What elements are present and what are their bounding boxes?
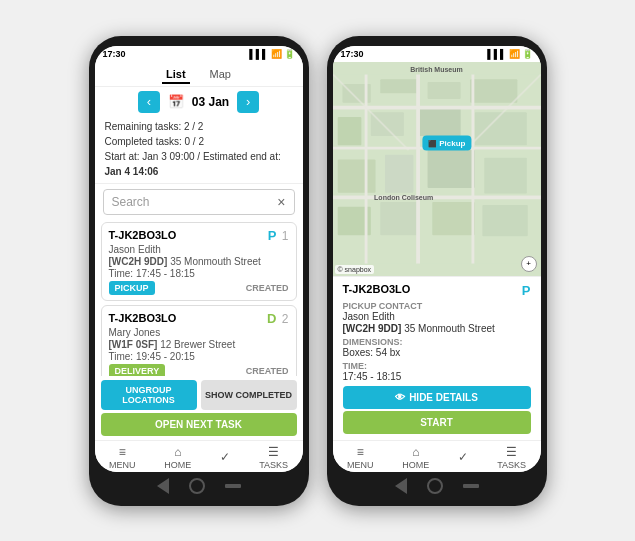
nav-tasks-left[interactable]: ☰ TASKS	[259, 445, 288, 470]
ungroup-button[interactable]: UNGROUP LOCATIONS	[101, 380, 197, 410]
task-seq-2: 2	[282, 312, 289, 326]
task-footer-1: PICKUP CREATED	[109, 281, 289, 295]
map-expand-button[interactable]: +	[521, 256, 537, 272]
right-status-bar: 17:30 ▌▌▌ 📶 🔋	[333, 46, 541, 62]
detail-contact-label: Pickup Contact	[343, 301, 531, 311]
left-status-bar: 17:30 ▌▌▌ 📶 🔋	[95, 46, 303, 62]
status-icons: ▌▌▌ 📶 🔋	[249, 49, 294, 59]
british-museum-label: British Museum	[410, 66, 463, 73]
search-close-icon[interactable]: ×	[277, 194, 285, 210]
task-time-1: Time: 17:45 - 18:15	[109, 268, 289, 279]
battery-status: 🔋	[284, 49, 295, 59]
task-header-1: T-JK2BO3LO P 1	[109, 228, 289, 243]
date-nav: ‹ 📅 03 Jan ›	[95, 87, 303, 117]
tabs-row: List Map	[95, 62, 303, 87]
recent-nav-right[interactable]	[463, 484, 479, 488]
detail-time-label: Time:	[343, 361, 531, 371]
home-icon-right: ⌂	[412, 445, 419, 459]
svg-rect-4	[470, 79, 517, 103]
detail-time: 17:45 - 18:15	[343, 371, 531, 382]
right-wifi-icon: 📶	[509, 49, 520, 59]
search-bar[interactable]: Search ×	[103, 189, 295, 215]
svg-rect-2	[380, 79, 418, 93]
prev-date-button[interactable]: ‹	[138, 91, 160, 113]
open-next-button[interactable]: OPEN NEXT TASK	[101, 413, 297, 436]
svg-rect-15	[432, 202, 475, 235]
detail-address: [WC2H 9DD] 35 Monmouth Street	[343, 323, 531, 334]
home-label-right: HOME	[402, 460, 429, 470]
left-bottom-nav: ≡ MENU ⌂ HOME ✓ ☰ TASKS	[95, 440, 303, 472]
recent-nav-left[interactable]	[225, 484, 241, 488]
back-nav-left[interactable]	[157, 478, 169, 494]
right-bottom-nav: ≡ MENU ⌂ HOME ✓ ☰ TASKS	[333, 440, 541, 472]
task-id-1: T-JK2BO3LO	[109, 229, 177, 241]
home-nav-right[interactable]	[427, 478, 443, 494]
task-footer-2: DELIVERY CREATED	[109, 364, 289, 376]
menu-label-right: MENU	[347, 460, 374, 470]
svg-rect-7	[418, 107, 461, 135]
tab-list[interactable]: List	[162, 66, 190, 84]
svg-rect-11	[427, 150, 474, 188]
check-icon-left: ✓	[220, 450, 230, 464]
nav-tasks-right[interactable]: ☰ TASKS	[497, 445, 526, 470]
eye-icon: 👁	[395, 392, 405, 403]
task-priority-1: P	[268, 228, 277, 243]
detail-dimensions-label: Dimensions:	[343, 337, 531, 347]
left-screen: 17:30 ▌▌▌ 📶 🔋 List Map ‹ 📅 03 Jan ›	[95, 46, 303, 472]
badge-delivery-2: DELIVERY	[109, 364, 166, 376]
tasks-list: T-JK2BO3LO P 1 Jason Edith [WC2H 9DD] 35…	[95, 218, 303, 376]
badge-created-1: CREATED	[246, 283, 289, 293]
svg-rect-12	[484, 157, 527, 193]
task-time-2: Time: 19:45 - 20:15	[109, 351, 289, 362]
completed-tasks: Completed tasks: 0 / 2	[105, 134, 293, 149]
pickup-pin[interactable]: Pickup	[422, 135, 471, 150]
nav-menu-right[interactable]: ≡ MENU	[347, 445, 374, 470]
nav-home-left[interactable]: ⌂ HOME	[164, 445, 191, 470]
right-phone-bottom	[333, 472, 541, 496]
show-completed-button[interactable]: SHOW COMPLETED	[201, 380, 297, 410]
home-icon-left: ⌂	[174, 445, 181, 459]
task-card-1[interactable]: T-JK2BO3LO P 1 Jason Edith [WC2H 9DD] 35…	[101, 222, 297, 301]
nav-check-left[interactable]: ✓	[220, 450, 230, 464]
home-nav-left[interactable]	[189, 478, 205, 494]
right-battery: 🔋	[522, 49, 533, 59]
right-status-icons: ▌▌▌ 📶 🔋	[487, 49, 532, 59]
svg-rect-6	[370, 112, 403, 136]
map-area[interactable]: British Museum London Coliseum Pickup © …	[333, 62, 541, 276]
svg-rect-14	[380, 202, 418, 235]
task-card-2[interactable]: T-JK2BO3LO D 2 Mary Jones [W1F 0SF] 12 B…	[101, 305, 297, 376]
right-time: 17:30	[341, 49, 364, 59]
svg-rect-3	[427, 82, 460, 99]
menu-icon-left: ≡	[119, 445, 126, 459]
task-header-2: T-JK2BO3LO D 2	[109, 311, 289, 326]
detail-person: Jason Edith	[343, 311, 531, 322]
detail-task-id: T-JK2BO3LO	[343, 283, 411, 295]
task-address-2: [W1F 0SF] 12 Brewer Street	[109, 339, 289, 350]
phones-container: 17:30 ▌▌▌ 📶 🔋 List Map ‹ 📅 03 Jan ›	[79, 26, 557, 516]
tasks-icon-right: ☰	[506, 445, 517, 459]
snapbox-logo: © snapbox	[335, 265, 375, 274]
start-info: Start at: Jan 3 09:00 / Estimated end at…	[105, 149, 293, 179]
start-button[interactable]: START	[343, 411, 531, 434]
search-input[interactable]: Search	[112, 195, 278, 209]
home-label-left: HOME	[164, 460, 191, 470]
date-display: 03 Jan	[192, 95, 229, 109]
svg-rect-10	[385, 154, 413, 192]
hide-details-button[interactable]: 👁 HIDE DETAILS	[343, 386, 531, 409]
right-phone: 17:30 ▌▌▌ 📶 🔋	[327, 36, 547, 506]
right-signal-icon: ▌▌▌	[487, 49, 506, 59]
next-date-button[interactable]: ›	[237, 91, 259, 113]
detail-dimensions: Boxes: 54 bx	[343, 347, 531, 358]
nav-home-right[interactable]: ⌂ HOME	[402, 445, 429, 470]
back-nav-right[interactable]	[395, 478, 407, 494]
left-time: 17:30	[103, 49, 126, 59]
menu-label-left: MENU	[109, 460, 136, 470]
nav-check-right[interactable]: ✓	[458, 450, 468, 464]
stats-block: Remaining tasks: 2 / 2 Completed tasks: …	[95, 117, 303, 184]
tab-map[interactable]: Map	[206, 66, 235, 84]
nav-menu-left[interactable]: ≡ MENU	[109, 445, 136, 470]
task-address-1: [WC2H 9DD] 35 Monmouth Street	[109, 256, 289, 267]
left-phone-bottom	[95, 472, 303, 496]
badge-pickup-1: PICKUP	[109, 281, 155, 295]
menu-icon-right: ≡	[357, 445, 364, 459]
